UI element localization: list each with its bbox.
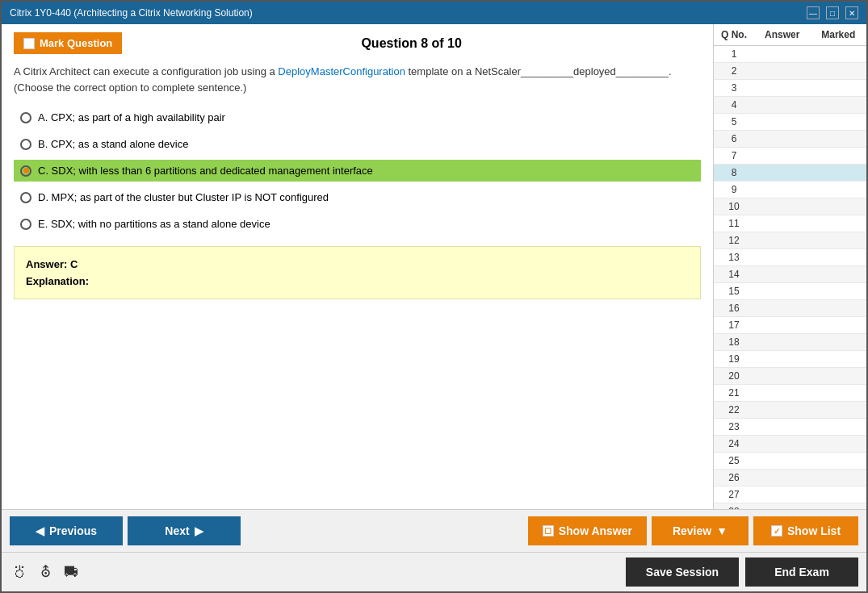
question-list-item[interactable]: 4 xyxy=(714,97,866,114)
right-panel-header: Q No. Answer Marked xyxy=(714,24,866,46)
question-list-item[interactable]: 5 xyxy=(714,114,866,131)
question-list-item[interactable]: 27 xyxy=(714,487,866,503)
question-list-item[interactable]: 25 xyxy=(714,453,866,470)
question-answer xyxy=(754,80,811,96)
option-item-b[interactable]: B. CPX; as a stand alone device xyxy=(14,133,701,155)
question-list-item[interactable]: 14 xyxy=(714,266,866,283)
maximize-button[interactable]: □ xyxy=(826,6,839,19)
question-answer xyxy=(754,148,811,164)
question-answer xyxy=(754,368,811,384)
question-list-item[interactable]: 8 xyxy=(714,165,866,182)
end-exam-label: End Exam xyxy=(774,566,829,578)
question-answer xyxy=(754,165,811,181)
question-marked xyxy=(811,215,867,232)
minimize-button[interactable]: — xyxy=(807,6,820,19)
question-list-item[interactable]: 12 xyxy=(714,232,866,249)
previous-button[interactable]: ◀ Previous xyxy=(10,516,123,545)
question-number: 24 xyxy=(714,436,754,452)
question-list-item[interactable]: 7 xyxy=(714,148,866,165)
question-list-item[interactable]: 6 xyxy=(714,131,866,148)
question-highlight1: DeployMasterConfiguration xyxy=(278,65,405,77)
bottom-toolbar: ◀ Previous Next ▶ ☐ Show Answer Review ▼… xyxy=(2,509,866,552)
question-answer xyxy=(754,283,811,299)
show-list-button[interactable]: ✓ Show List xyxy=(753,516,858,545)
close-button[interactable]: ✕ xyxy=(845,6,858,19)
question-marked xyxy=(811,131,867,147)
question-marked xyxy=(811,148,867,164)
zoom-in-button[interactable]: ⛣ xyxy=(10,562,31,583)
question-list-item[interactable]: 15 xyxy=(714,283,866,300)
next-button[interactable]: Next ▶ xyxy=(128,516,241,545)
question-number: 4 xyxy=(714,97,754,113)
prev-arrow-icon: ◀ xyxy=(36,524,44,537)
option-item-c[interactable]: C. SDX; with less than 6 partitions and … xyxy=(14,160,701,182)
show-answer-button[interactable]: ☐ Show Answer xyxy=(528,516,647,545)
option-text-e: E. SDX; with no partitions as a stand al… xyxy=(38,218,270,230)
question-list-item[interactable]: 28 xyxy=(714,503,866,509)
question-answer xyxy=(754,249,811,265)
end-exam-button[interactable]: End Exam xyxy=(745,558,858,587)
option-radio-e xyxy=(20,219,31,230)
review-label: Review xyxy=(673,524,711,537)
next-label: Next xyxy=(165,524,189,537)
previous-label: Previous xyxy=(49,524,97,537)
question-list-item[interactable]: 9 xyxy=(714,182,866,198)
show-answer-checkbox-icon: ☐ xyxy=(543,525,554,537)
save-session-button[interactable]: Save Session xyxy=(626,558,739,587)
col-answer-header: Answer xyxy=(754,27,811,42)
question-text-part3: deployed xyxy=(573,65,616,77)
question-number: 14 xyxy=(714,266,754,282)
question-answer xyxy=(754,334,811,350)
question-list-item[interactable]: 21 xyxy=(714,385,866,402)
save-session-label: Save Session xyxy=(646,566,719,578)
zoom-normal-button[interactable]: ⛢ xyxy=(37,562,54,583)
question-number: 12 xyxy=(714,232,754,248)
question-list-item[interactable]: 13 xyxy=(714,249,866,266)
zoom-out-button[interactable]: ⛟ xyxy=(61,562,82,583)
question-answer xyxy=(754,232,811,248)
question-list-item[interactable]: 22 xyxy=(714,402,866,419)
question-answer xyxy=(754,114,811,130)
question-blank2: _________ xyxy=(616,65,669,77)
main-panel: ☐ Mark Question Question 8 of 10 A Citri… xyxy=(2,24,713,509)
show-list-label: Show List xyxy=(787,524,841,537)
question-marked xyxy=(811,419,867,435)
question-list-item[interactable]: 1 xyxy=(714,46,866,63)
question-list-item[interactable]: 16 xyxy=(714,300,866,317)
option-radio-a xyxy=(20,112,31,123)
question-text-part2: template on a NetScaler xyxy=(405,65,521,77)
option-item-d[interactable]: D. MPX; as part of the cluster but Clust… xyxy=(14,186,701,208)
bottom-toolbar2: ⛣ ⛢ ⛟ Save Session End Exam xyxy=(2,552,866,591)
question-marked xyxy=(811,368,867,384)
question-marked xyxy=(811,63,867,79)
question-list-item[interactable]: 20 xyxy=(714,368,866,385)
question-list-item[interactable]: 11 xyxy=(714,215,866,232)
question-answer xyxy=(754,46,811,62)
question-number: 16 xyxy=(714,300,754,316)
review-dropdown-icon: ▼ xyxy=(716,524,728,537)
mark-question-label: Mark Question xyxy=(40,37,112,49)
question-list-item[interactable]: 19 xyxy=(714,351,866,368)
question-list-item[interactable]: 10 xyxy=(714,198,866,215)
content-area: ☐ Mark Question Question 8 of 10 A Citri… xyxy=(2,24,866,509)
question-answer xyxy=(754,402,811,418)
question-marked xyxy=(811,351,867,367)
question-list-item[interactable]: 26 xyxy=(714,470,866,487)
question-number: 27 xyxy=(714,487,754,503)
question-number: 28 xyxy=(714,503,754,509)
review-button[interactable]: Review ▼ xyxy=(652,516,748,545)
header-bar: ☐ Mark Question Question 8 of 10 xyxy=(14,32,701,54)
options-list: A. CPX; as part of a high availability p… xyxy=(14,106,701,235)
question-list-item[interactable]: 24 xyxy=(714,436,866,453)
question-list-item[interactable]: 2 xyxy=(714,63,866,80)
question-list-item[interactable]: 23 xyxy=(714,419,866,436)
option-item-e[interactable]: E. SDX; with no partitions as a stand al… xyxy=(14,213,701,235)
option-radio-c xyxy=(20,165,31,177)
question-list-item[interactable]: 3 xyxy=(714,80,866,97)
option-item-a[interactable]: A. CPX; as part of a high availability p… xyxy=(14,106,701,128)
mark-question-button[interactable]: ☐ Mark Question xyxy=(14,32,122,54)
question-list[interactable]: 1234567891011121314151617181920212223242… xyxy=(714,46,866,509)
question-list-item[interactable]: 18 xyxy=(714,334,866,351)
question-blank1: _________ xyxy=(521,65,573,77)
question-list-item[interactable]: 17 xyxy=(714,317,866,334)
